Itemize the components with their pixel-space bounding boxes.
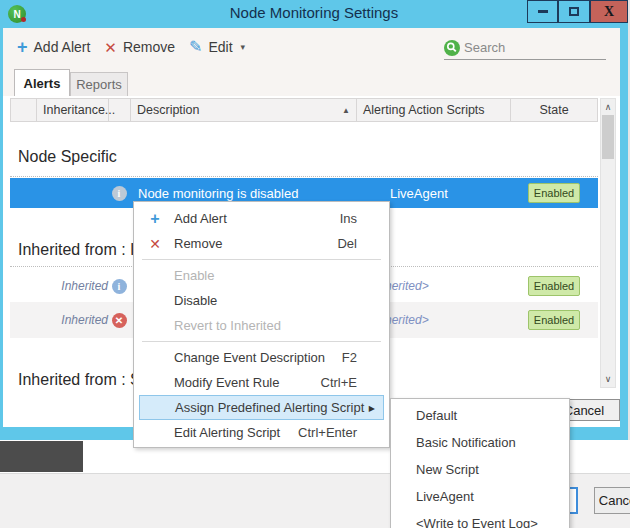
column-inheritance[interactable]: Inheritance... [37, 99, 109, 121]
add-alert-button[interactable]: + Add Alert [17, 38, 90, 56]
scroll-up-icon[interactable]: ∧ [601, 100, 615, 114]
status-badge: Enabled [528, 183, 580, 203]
search-icon [444, 40, 460, 56]
context-menu: + Add Alert Ins ✕ Remove Del Enable Disa… [133, 201, 390, 448]
pencil-icon: ✎ [189, 39, 202, 55]
row-script: LiveAgent [356, 186, 510, 201]
shortcut: Del [337, 236, 377, 251]
group-divider [10, 176, 598, 177]
column-state[interactable]: State [511, 99, 597, 121]
shortcut: F2 [342, 350, 377, 365]
submenu-arrow-icon: ▶ [369, 403, 375, 412]
submenu-item-default[interactable]: Default [391, 402, 569, 429]
menu-item-assign-predefined-alerting-script[interactable]: Assign Predefined Alerting Script ▶ [139, 395, 384, 420]
remove-label: Remove [123, 39, 175, 55]
plus-icon: + [17, 38, 28, 56]
menu-item-enable: Enable [134, 263, 389, 288]
menu-item-change-event-description[interactable]: Change Event Description F2 [134, 345, 389, 370]
menu-item-modify-event-rule[interactable]: Modify Event Rule Ctrl+E [134, 370, 389, 395]
chevron-down-icon: ▾ [241, 42, 246, 52]
tab-alerts[interactable]: Alerts [14, 69, 70, 96]
sort-ascending-icon: ▲ [342, 106, 350, 115]
submenu-item-write-to-event-log[interactable]: <Write to Event Log> [391, 510, 569, 528]
background-dark-panel [0, 441, 83, 472]
plus-icon: + [147, 211, 163, 227]
remove-x-icon: ✕ [104, 40, 117, 55]
submenu-item-new-script[interactable]: New Script [391, 456, 569, 483]
column-alerting-scripts[interactable]: Alerting Action Scripts [357, 99, 511, 121]
tab-strip: Reports Alerts [3, 66, 620, 96]
row-inheritance: Inherited [36, 313, 108, 327]
table-header: Inheritance... Description ▲ Alerting Ac… [10, 98, 598, 122]
column-blank-1[interactable] [11, 99, 37, 121]
minimize-button[interactable] [527, 0, 558, 23]
status-badge: Enabled [528, 276, 580, 296]
screen: Cancel N Node Monitoring Settings X + Ad… [0, 0, 630, 528]
submenu-item-basic-notification[interactable]: Basic Notification [391, 429, 569, 456]
group-header-node-specific: Node Specific [10, 140, 598, 174]
menu-item-edit-alerting-script[interactable]: Edit Alerting Script Ctrl+Enter [134, 420, 389, 445]
info-icon: i [112, 279, 127, 294]
menu-item-remove[interactable]: ✕ Remove Del [134, 231, 389, 256]
maximize-icon [569, 7, 579, 16]
edit-label: Edit [208, 39, 232, 55]
shortcut: Ctrl+E [321, 375, 377, 390]
shortcut: Ins [340, 211, 377, 226]
scrollbar-thumb[interactable] [602, 115, 614, 159]
remove-button[interactable]: ✕ Remove [104, 39, 175, 55]
menu-item-revert-to-inherited: Revert to Inherited [134, 313, 389, 338]
info-icon: i [112, 186, 127, 201]
search-input[interactable] [464, 40, 594, 55]
row-inheritance: Inherited [36, 279, 108, 293]
dialog-border-right [620, 28, 628, 427]
maximize-button[interactable] [558, 0, 590, 23]
close-button[interactable]: X [590, 0, 628, 23]
status-badge: Enabled [528, 310, 580, 330]
error-icon: ✕ [112, 313, 127, 328]
submenu-item-liveagent[interactable]: LiveAgent [391, 483, 569, 510]
menu-separator [134, 256, 389, 263]
scroll-down-icon[interactable]: ∨ [601, 372, 615, 386]
column-description[interactable]: Description ▲ [131, 99, 357, 121]
column-blank-2[interactable] [109, 99, 131, 121]
edit-dropdown-button[interactable]: ✎ Edit ▾ [189, 39, 245, 55]
menu-separator [134, 338, 389, 345]
vertical-scrollbar[interactable]: ∧ ∨ [600, 98, 616, 388]
add-alert-label: Add Alert [34, 39, 91, 55]
shortcut: Ctrl+Enter [298, 425, 377, 440]
background-cancel-button[interactable]: Cancel [594, 487, 630, 514]
minimize-icon [538, 10, 548, 13]
toolbar: + Add Alert ✕ Remove ✎ Edit ▾ [3, 28, 620, 66]
menu-item-disable[interactable]: Disable [134, 288, 389, 313]
row-description: Node monitoring is disabled [130, 186, 356, 201]
tab-reports[interactable]: Reports [70, 72, 128, 96]
remove-x-icon: ✕ [147, 237, 163, 251]
search-box[interactable] [444, 36, 606, 60]
menu-item-add-alert[interactable]: + Add Alert Ins [134, 206, 389, 231]
submenu: Default Basic Notification New Script Li… [390, 398, 570, 528]
